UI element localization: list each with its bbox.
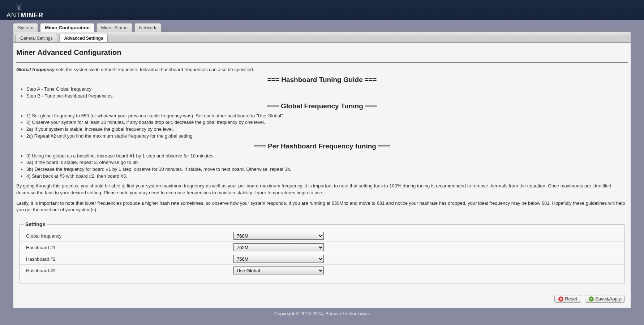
setting-row-hashboard-1: Hashboard #1 762M bbox=[20, 242, 624, 253]
brand-logo: ANTMINER bbox=[7, 3, 43, 18]
ant-icon bbox=[14, 3, 24, 11]
heading-per-hashboard-tuning: === Per Hashboard Frequency tuning === bbox=[16, 141, 628, 151]
subtab-general-settings[interactable]: General Settings bbox=[16, 34, 57, 42]
check-icon: ✓ bbox=[589, 296, 594, 302]
close-icon: ✕ bbox=[558, 296, 563, 302]
list-item: Step A - Tune Global frequency bbox=[26, 86, 628, 93]
subtab-advanced-settings[interactable]: Advanced Settings bbox=[59, 34, 108, 42]
primary-tabs: System Miner Configuration Miner Status … bbox=[13, 23, 631, 31]
secondary-tabs: General Settings Advanced Settings bbox=[13, 31, 631, 43]
page-title: Miner Advanced Configuration bbox=[16, 46, 628, 62]
action-bar: ✕ Reset ✓ Save&Apply bbox=[16, 283, 628, 303]
paragraph-notes-1: By going through this process, you shoul… bbox=[16, 183, 628, 196]
setting-label: Hashboard #2 bbox=[24, 256, 233, 262]
setting-label: Hashboard #3 bbox=[24, 268, 233, 273]
list-item: 3b) Decrease the frequency for board #1 … bbox=[26, 166, 628, 173]
topbar: ANTMINER bbox=[0, 0, 644, 20]
settings-fieldset: Settings Global frequency 768M Hashboard… bbox=[19, 221, 625, 283]
list-item: 2c) Repeat #2 until you find the maximum… bbox=[26, 133, 628, 140]
list-item: 3) Using the global as a baseline, incre… bbox=[26, 153, 628, 160]
setting-row-global-frequency: Global frequency 768M bbox=[20, 230, 624, 242]
tab-network[interactable]: Network bbox=[134, 23, 161, 32]
list-item: 1) Set global frequency to 650 (or whate… bbox=[26, 113, 628, 120]
content-panel: Miner Advanced Configuration Global freq… bbox=[13, 43, 631, 308]
hashboard-2-select[interactable]: 756M bbox=[233, 255, 324, 263]
setting-label: Global frequency bbox=[24, 233, 233, 239]
tab-system[interactable]: System bbox=[13, 23, 38, 32]
svg-point-1 bbox=[18, 7, 20, 8]
reset-button[interactable]: ✕ Reset bbox=[554, 295, 581, 303]
heading-hashboard-guide: === Hashboard Tuning Guide === bbox=[16, 75, 628, 85]
global-frequency-select[interactable]: 768M bbox=[233, 232, 324, 240]
hashboard-3-select[interactable]: Use Global bbox=[233, 266, 324, 274]
list-item: 3a) If the board is stable, repeat 3, ot… bbox=[26, 159, 628, 166]
setting-label: Hashboard #1 bbox=[24, 245, 233, 250]
list-item: 2) Observe your system for at least 10 m… bbox=[26, 119, 628, 126]
list-item: 4) Start back at #3 with board #2, then … bbox=[26, 173, 628, 180]
paragraph-notes-2: Lastly, it is important to note that low… bbox=[16, 200, 628, 214]
setting-row-hashboard-3: Hashboard #3 Use Global bbox=[20, 265, 624, 276]
setting-row-hashboard-2: Hashboard #2 756M bbox=[20, 253, 624, 265]
heading-global-tuning: === Global Frequency Tuning === bbox=[16, 101, 628, 111]
description-block: Global frequency sets the system wide de… bbox=[16, 66, 628, 218]
save-apply-button[interactable]: ✓ Save&Apply bbox=[585, 295, 625, 303]
list-item: 2a) If your system is stable, increase t… bbox=[26, 126, 628, 133]
divider bbox=[16, 62, 628, 63]
settings-legend: Settings bbox=[24, 221, 47, 227]
footer-copyright: Copyright © 2013-2014, Bitmain Technolog… bbox=[0, 308, 644, 324]
list-item: Step B - Tune per-hashboard frequencies. bbox=[26, 93, 628, 100]
tab-miner-status[interactable]: Miner Status bbox=[96, 23, 132, 32]
hashboard-1-select[interactable]: 762M bbox=[233, 243, 324, 251]
tab-miner-configuration[interactable]: Miner Configuration bbox=[40, 23, 94, 32]
svg-point-0 bbox=[18, 9, 20, 10]
svg-point-2 bbox=[18, 6, 20, 8]
